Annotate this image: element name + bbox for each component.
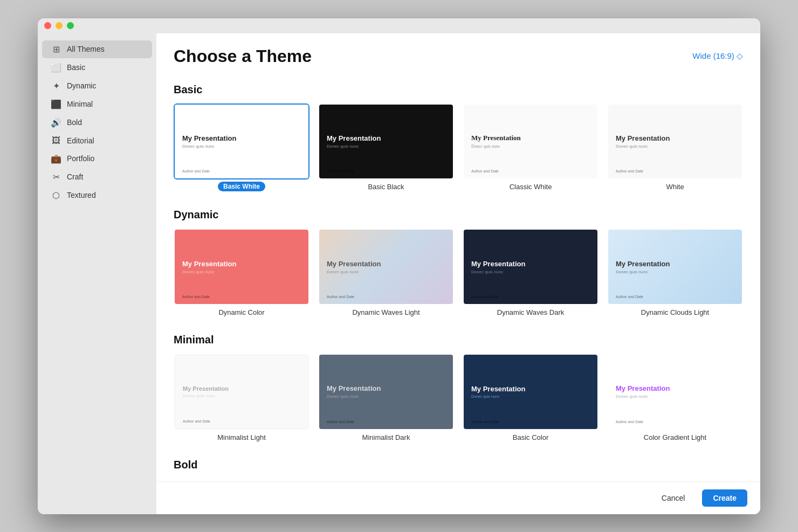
theme-preview-dynamic-waves-dark[interactable]: My Presentation Donec quis nunc Author a…	[463, 229, 598, 305]
sidebar-item-editorial[interactable]: 🖼 Editorial	[42, 132, 152, 149]
preview-title: My Presentation	[616, 134, 734, 142]
theme-card-basic-color[interactable]: My Presentation Donec quis nunc Author a…	[463, 354, 598, 441]
themes-grid-dynamic: My Presentation Donec quis nunc Author a…	[174, 229, 743, 316]
preview-author: Author and Date	[616, 295, 643, 299]
preview-author: Author and Date	[183, 419, 210, 423]
theme-label-basic-color: Basic Color	[513, 433, 548, 441]
sidebar-item-textured[interactable]: ⬡ Textured	[42, 186, 152, 204]
preview-author: Author and Date	[616, 420, 643, 424]
preview-subtitle: Donec quis nunc	[182, 270, 301, 274]
section-title-minimal: Minimal	[174, 334, 743, 346]
aspect-ratio-selector[interactable]: Wide (16:9) ◇	[692, 51, 743, 61]
section-basic: Basic My Presentation Donec quis nunc Au…	[174, 84, 743, 192]
preview-subtitle: Donec quis nunc	[183, 393, 300, 398]
preview-title: My Presentation	[327, 134, 445, 142]
all-themes-icon: ⊞	[51, 44, 61, 54]
sidebar-item-label: Editorial	[67, 136, 94, 145]
sidebar-item-minimal[interactable]: ⬛ Minimal	[42, 95, 152, 113]
preview-title: My Presentation	[471, 260, 590, 268]
preview-subtitle: Donec quis nunc	[616, 270, 734, 274]
theme-card-minimalist-light[interactable]: My Presentation Donec quis nunc Author a…	[174, 354, 309, 441]
minimize-button[interactable]	[56, 22, 63, 29]
theme-card-dynamic-waves-light[interactable]: My Presentation Donec quis nunc Author a…	[318, 229, 454, 316]
themes-grid-basic: My Presentation Donec quis nunc Author a…	[174, 103, 743, 192]
section-title-bold: Bold	[174, 459, 743, 471]
sidebar-item-label: All Themes	[67, 45, 105, 53]
theme-preview-color-gradient-light[interactable]: My Presentation Donec quis nunc Author a…	[607, 354, 743, 430]
sidebar-item-dynamic[interactable]: ✦ Dynamic	[42, 77, 152, 95]
footer: Cancel Create	[156, 481, 760, 514]
dynamic-icon: ✦	[51, 81, 61, 91]
preview-title: My Presentation	[327, 384, 445, 392]
basic-icon: ⬜	[51, 63, 61, 73]
theme-scroll-area[interactable]: Basic My Presentation Donec quis nunc Au…	[156, 75, 760, 481]
section-title-dynamic: Dynamic	[174, 209, 743, 221]
theme-card-color-gradient-light[interactable]: My Presentation Donec quis nunc Author a…	[607, 354, 743, 441]
theme-label-basic-black: Basic Black	[368, 183, 404, 191]
theme-card-dynamic-clouds-light[interactable]: My Presentation Donec quis nunc Author a…	[607, 229, 743, 316]
preview-author: Author and Date	[616, 169, 643, 173]
theme-preview-dynamic-color[interactable]: My Presentation Donec quis nunc Author a…	[174, 229, 309, 305]
sidebar-item-label: Bold	[67, 118, 82, 127]
theme-preview-classic-white[interactable]: My Presentation Donec quis nunc Author a…	[463, 103, 598, 180]
bold-icon: 🔊	[51, 118, 61, 128]
theme-preview-dynamic-waves-light[interactable]: My Presentation Donec quis nunc Author a…	[318, 229, 454, 305]
preview-title: My Presentation	[182, 260, 301, 268]
theme-label-minimalist-light: Minimalist Light	[217, 433, 266, 441]
theme-preview-basic-black[interactable]: My Presentation Donec quis nunc Author a…	[318, 103, 454, 180]
theme-card-classic-white[interactable]: My Presentation Donec quis nunc Author a…	[463, 103, 598, 192]
sidebar-item-label: Craft	[67, 172, 83, 181]
portfolio-icon: 💼	[51, 154, 61, 164]
theme-card-basic-black[interactable]: My Presentation Donec quis nunc Author a…	[318, 103, 454, 192]
preview-title: My Presentation	[471, 385, 590, 393]
theme-card-dynamic-color[interactable]: My Presentation Donec quis nunc Author a…	[174, 229, 309, 316]
sidebar-item-basic[interactable]: ⬜ Basic	[42, 59, 152, 77]
sidebar-item-all-themes[interactable]: ⊞ All Themes	[42, 40, 152, 58]
create-button[interactable]: Create	[702, 489, 747, 507]
theme-preview-basic-color[interactable]: My Presentation Donec quis nunc Author a…	[463, 354, 598, 430]
preview-author: Author and Date	[327, 420, 354, 424]
preview-subtitle: Donec quis nunc	[616, 144, 734, 149]
preview-subtitle: Donec quis nunc	[616, 394, 734, 399]
content-area: ⊞ All Themes ⬜ Basic ✦ Dynamic ⬛ Minimal…	[38, 33, 760, 514]
theme-label-dynamic-clouds-light: Dynamic Clouds Light	[641, 308, 709, 316]
section-dynamic: Dynamic My Presentation Donec quis nunc …	[174, 209, 743, 316]
craft-icon: ✂	[51, 172, 61, 182]
cancel-button[interactable]: Cancel	[651, 489, 696, 507]
theme-preview-minimalist-light[interactable]: My Presentation Donec quis nunc Author a…	[174, 354, 309, 430]
theme-preview-dynamic-clouds-light[interactable]: My Presentation Donec quis nunc Author a…	[607, 229, 743, 305]
preview-title: My Presentation	[182, 134, 301, 142]
sidebar-item-bold[interactable]: 🔊 Bold	[42, 114, 152, 132]
preview-title: My Presentation	[183, 385, 300, 392]
maximize-button[interactable]	[67, 22, 74, 29]
theme-preview-white[interactable]: My Presentation Donec quis nunc Author a…	[607, 103, 743, 180]
theme-card-minimalist-dark[interactable]: My Presentation Donec quis nunc Author a…	[318, 354, 454, 441]
theme-label-color-gradient-light: Color Gradient Light	[644, 433, 706, 441]
preview-title: My Presentation	[327, 260, 445, 268]
theme-card-white[interactable]: My Presentation Donec quis nunc Author a…	[607, 103, 743, 192]
theme-card-basic-white[interactable]: My Presentation Donec quis nunc Author a…	[174, 103, 309, 192]
minimal-icon: ⬛	[51, 99, 61, 109]
preview-title: My Presentation	[616, 260, 734, 268]
section-title-basic: Basic	[174, 84, 743, 96]
preview-subtitle: Donec quis nunc	[471, 395, 590, 398]
themes-grid-minimal: My Presentation Donec quis nunc Author a…	[174, 354, 743, 441]
preview-author: Author and Date	[471, 295, 499, 299]
close-button[interactable]	[44, 22, 51, 29]
theme-card-dynamic-waves-dark[interactable]: My Presentation Donec quis nunc Author a…	[463, 229, 598, 316]
theme-label-dynamic-waves-light: Dynamic Waves Light	[352, 308, 419, 316]
section-bold: Bold	[174, 459, 743, 471]
theme-preview-basic-white[interactable]: My Presentation Donec quis nunc Author a…	[174, 103, 309, 180]
sidebar-item-portfolio[interactable]: 💼 Portfolio	[42, 150, 152, 168]
sidebar-item-craft[interactable]: ✂ Craft	[42, 168, 152, 186]
page-title: Choose a Theme	[174, 46, 312, 66]
sidebar-item-label: Portfolio	[67, 154, 94, 163]
sidebar-item-label: Dynamic	[67, 81, 96, 90]
selected-badge: Basic White	[218, 182, 265, 191]
theme-label-white: White	[666, 183, 684, 191]
preview-subtitle: Donec quis nunc	[327, 270, 445, 274]
titlebar	[38, 18, 760, 33]
theme-preview-minimalist-dark[interactable]: My Presentation Donec quis nunc Author a…	[318, 354, 454, 430]
sidebar-item-label: Textured	[67, 191, 96, 199]
theme-label-classic-white: Classic White	[510, 183, 552, 191]
